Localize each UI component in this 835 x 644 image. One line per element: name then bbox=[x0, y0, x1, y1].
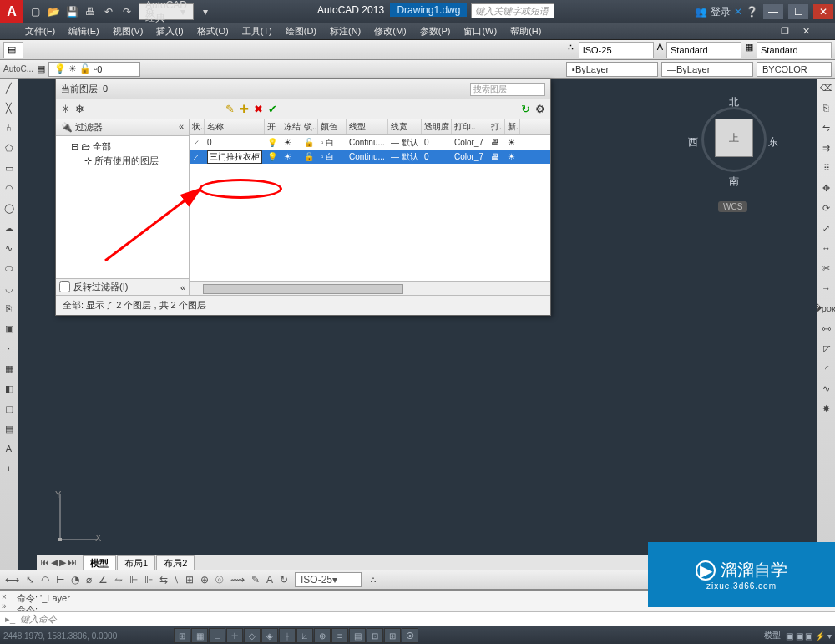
dim-tedit-icon[interactable]: A bbox=[266, 574, 273, 586]
block-icon[interactable]: ▣ bbox=[2, 321, 17, 336]
3dosnap-toggle[interactable]: ◈ bbox=[261, 628, 278, 643]
layer-props-icon[interactable]: ▤ bbox=[37, 63, 45, 74]
dim-space-icon[interactable]: ⇆ bbox=[159, 574, 168, 586]
layer-grid-hscroll[interactable] bbox=[190, 281, 550, 295]
polyline-icon[interactable]: ⑃ bbox=[2, 120, 17, 135]
col-plot[interactable]: 打. bbox=[488, 119, 505, 134]
menu-window[interactable]: 窗口(W) bbox=[463, 25, 497, 38]
dimstyle-manager-icon[interactable]: ⛬ bbox=[368, 574, 378, 586]
col-color[interactable]: 颜色 bbox=[318, 119, 347, 134]
layer-name-edit[interactable]: 三门推拉衣柜 bbox=[207, 150, 262, 164]
snap-toggle[interactable]: ⊞ bbox=[174, 628, 190, 643]
dim-arc-icon[interactable]: ◠ bbox=[41, 574, 49, 586]
region-icon[interactable]: ▢ bbox=[2, 401, 17, 416]
tab-layout1[interactable]: 布局1 bbox=[117, 555, 155, 570]
move-icon[interactable]: ✥ bbox=[819, 180, 834, 195]
stretch-icon[interactable]: ↔ bbox=[819, 241, 834, 256]
viewport[interactable]: 北 南 西 东 上 WCS Y X 当前图层: 0 搜索图层 ✳ ❄ ✎ ✚ bbox=[18, 79, 817, 570]
view-cube[interactable]: 北 南 西 东 上 WCS bbox=[683, 95, 783, 212]
am-toggle[interactable]: ⦿ bbox=[402, 628, 418, 643]
model-space-button[interactable]: 模型 bbox=[764, 630, 781, 641]
filter-all-node[interactable]: ⊟ 🗁 全部 bbox=[61, 139, 184, 154]
refresh-icon[interactable]: ↻ bbox=[521, 103, 530, 115]
dim-jogged-icon[interactable]: ⟿ bbox=[230, 574, 245, 586]
layer-states-icon[interactable]: ✎ bbox=[225, 103, 235, 115]
layer-combo[interactable]: 💡 ☀ 🔓 ▫ 0 bbox=[48, 62, 140, 77]
menu-insert[interactable]: 插入(I) bbox=[156, 25, 183, 38]
fillet-icon[interactable]: ◜ bbox=[819, 361, 834, 376]
spline-icon[interactable]: ∿ bbox=[2, 241, 17, 256]
menu-view[interactable]: 视图(V) bbox=[113, 25, 144, 38]
filter-used-node[interactable]: ⊹ 所有使用的图层 bbox=[61, 154, 184, 168]
qat-open-icon[interactable]: 📂 bbox=[47, 5, 60, 18]
qat-print-icon[interactable]: 🖶 bbox=[84, 5, 97, 18]
mirror-icon[interactable]: ⇋ bbox=[819, 120, 834, 135]
offset-icon[interactable]: ⇉ bbox=[819, 140, 834, 155]
filter-expand-icon[interactable]: « bbox=[180, 282, 185, 292]
trim-icon[interactable]: ✂ bbox=[819, 261, 834, 276]
textstyle-combo[interactable]: Standard bbox=[666, 42, 741, 58]
new-group-filter-icon[interactable]: ✚ bbox=[240, 103, 249, 115]
set-current-icon[interactable]: ✔ bbox=[268, 103, 277, 115]
polar-toggle[interactable]: ✛ bbox=[226, 628, 243, 643]
join-icon[interactable]: ⧟ bbox=[819, 321, 834, 336]
dim-inspect-icon[interactable]: ⦾ bbox=[215, 574, 224, 586]
col-on[interactable]: 开 bbox=[265, 119, 281, 134]
drawing-area[interactable]: ╱ ╳ ⑃ ⬠ ▭ ◠ ◯ ☁ ∿ ⬭ ◡ ⎘ ▣ · ▦ ◧ ▢ ▤ A + … bbox=[0, 79, 835, 570]
lwt-toggle[interactable]: ≡ bbox=[331, 628, 348, 643]
dim-tolerance-icon[interactable]: ⊞ bbox=[185, 574, 194, 586]
col-transparency[interactable]: 透明度 bbox=[422, 119, 452, 134]
chamfer-icon[interactable]: ◸ bbox=[819, 341, 834, 356]
close-button[interactable]: ✕ bbox=[813, 4, 833, 19]
ortho-toggle[interactable]: ∟ bbox=[209, 628, 225, 643]
linetype-bylayer-combo[interactable]: — ByLayer bbox=[661, 62, 753, 77]
dim-quick-icon[interactable]: ⥊ bbox=[114, 574, 123, 586]
minimize-button[interactable]: — bbox=[763, 4, 783, 19]
gradient-icon[interactable]: ◧ bbox=[2, 381, 17, 396]
qat-new-icon[interactable]: ▢ bbox=[28, 5, 42, 18]
menu-parametric[interactable]: 参数(P) bbox=[420, 25, 451, 38]
qat-redo-icon[interactable]: ↷ bbox=[120, 5, 134, 18]
line-icon[interactable]: ╱ bbox=[2, 80, 17, 95]
erase-icon[interactable]: ⌫ bbox=[819, 80, 834, 95]
col-linetype[interactable]: 线型 bbox=[347, 119, 388, 134]
tab-layout2[interactable]: 布局2 bbox=[156, 555, 195, 570]
hatch-icon[interactable]: ▦ bbox=[2, 361, 17, 376]
viewcube-wcs[interactable]: WCS bbox=[718, 201, 747, 212]
status-tray-icon[interactable]: ▣ ▣ ▣ ⚡ ▾ bbox=[786, 631, 832, 641]
dim-linear-icon[interactable]: ⟷ bbox=[5, 574, 19, 586]
qat-save-icon[interactable]: 💾 bbox=[65, 5, 78, 18]
point-icon[interactable]: · bbox=[2, 341, 17, 356]
insert-icon[interactable]: ⎘ bbox=[2, 301, 17, 316]
menu-dimension[interactable]: 标注(N) bbox=[330, 25, 361, 38]
dimstyle-combo[interactable]: ISO-25 bbox=[579, 42, 654, 58]
viewcube-north[interactable]: 北 bbox=[729, 95, 739, 109]
menu-modify[interactable]: 修改(M) bbox=[374, 25, 407, 38]
blend-icon[interactable]: ∿ bbox=[819, 381, 834, 396]
tab-prev-icon[interactable]: ◀ bbox=[51, 557, 58, 568]
col-plotstyle[interactable]: 打印.. bbox=[452, 119, 488, 134]
coords-readout[interactable]: 2448.1979, 1581.3806, 0.0000 bbox=[3, 631, 170, 641]
col-newvp[interactable]: 新. bbox=[505, 119, 520, 134]
addselected-icon[interactable]: + bbox=[2, 461, 17, 476]
col-lineweight[interactable]: 线宽 bbox=[388, 119, 422, 134]
menu-edit[interactable]: 编辑(E) bbox=[68, 25, 99, 38]
dimstyle-icon[interactable]: ⛬ bbox=[566, 42, 575, 58]
dim-angular-icon[interactable]: ∠ bbox=[99, 574, 108, 586]
dim-diameter-icon[interactable]: ⌀ bbox=[86, 574, 92, 586]
extend-icon[interactable]: → bbox=[819, 281, 834, 296]
menu-tools[interactable]: 工具(T) bbox=[242, 25, 272, 38]
dim-center-icon[interactable]: ⊕ bbox=[200, 574, 209, 586]
command-input[interactable]: ▸_ 键入命令 bbox=[0, 611, 835, 626]
help-icon[interactable]: ❔ bbox=[746, 6, 758, 18]
new-layer-freeze-icon[interactable]: ❄ bbox=[75, 103, 84, 115]
dim-baseline-icon[interactable]: ⊩ bbox=[129, 574, 138, 586]
maximize-button[interactable]: ☐ bbox=[788, 4, 808, 19]
settings-icon[interactable]: ⚙ bbox=[535, 103, 545, 115]
menu-help[interactable]: 帮助(H) bbox=[510, 25, 541, 38]
explode-icon[interactable]: ✸ bbox=[819, 401, 834, 416]
otrack-toggle[interactable]: ⟊ bbox=[279, 628, 296, 643]
revcloud-icon[interactable]: ☁ bbox=[2, 221, 17, 236]
dim-aligned-icon[interactable]: ⤡ bbox=[26, 574, 34, 586]
arc-icon[interactable]: ◠ bbox=[2, 180, 17, 195]
